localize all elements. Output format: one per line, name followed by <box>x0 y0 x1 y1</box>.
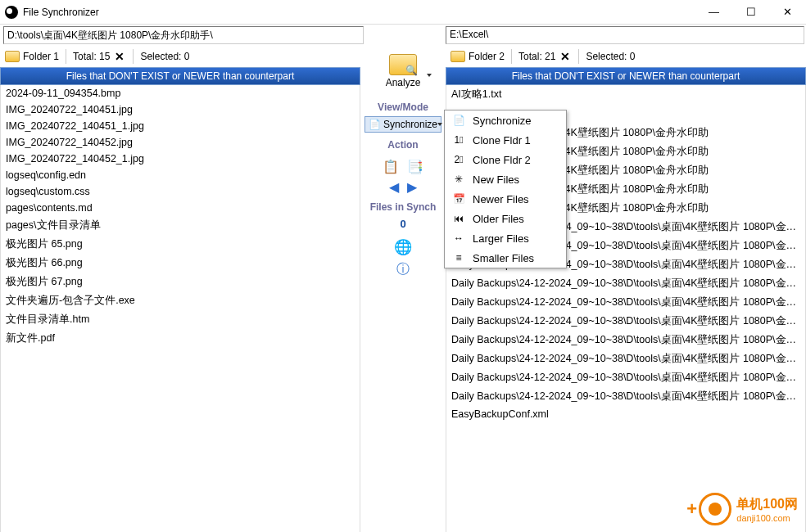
menu-item-label: Clone Fldr 1 <box>473 134 531 147</box>
menu-item-icon: 1⃣ <box>451 133 466 147</box>
toolbar-left: Folder 1 Total: 15 ✕ Selected: 0 <box>0 46 360 67</box>
file-item[interactable]: pages\contents.md <box>1 200 360 216</box>
file-item[interactable]: Daily Backups\24-12-2024_09~10~38\D\tool… <box>446 331 805 349</box>
path-left-input[interactable]: D:\tools\桌面\4K壁纸图片 1080P\金舟水印助手\ <box>3 26 364 44</box>
arrow-right-icon[interactable]: ▶ <box>407 179 417 195</box>
analyze-button[interactable]: Analyze <box>379 51 427 92</box>
menu-item-icon: 📄 <box>451 114 466 127</box>
folder2-label: Folder 2 <box>469 51 505 62</box>
clear-left-icon[interactable]: ✕ <box>113 50 126 63</box>
globe-icon[interactable]: 🌐 <box>394 238 412 256</box>
menu-item-label: Smaller Files <box>473 252 534 264</box>
menu-item-icon: 2⃣ <box>451 153 466 166</box>
file-item[interactable]: Daily Backups\24-12-2024_09~10~38\D\tool… <box>446 368 805 387</box>
menu-item-icon: 📅 <box>451 192 466 205</box>
folder1-label: Folder 1 <box>23 51 59 62</box>
folder-icon[interactable] <box>5 51 20 62</box>
menu-item-icon: ⏮ <box>451 212 466 225</box>
app-icon <box>5 6 18 19</box>
analyze-dropdown-arrow[interactable] <box>427 74 432 77</box>
watermark: 单机100网 danji100.com <box>699 493 798 525</box>
viewmode-label: View/Mode <box>378 101 428 113</box>
file-item[interactable]: IMG_20240722_140452.jpg <box>1 134 360 151</box>
file-item[interactable]: Daily Backups\24-12-2024_09~10~38\D\tool… <box>446 293 805 312</box>
file-item[interactable]: 极光图片 67.png <box>1 273 360 291</box>
file-item[interactable]: 极光图片 66.png <box>1 254 360 273</box>
menu-item-newer-files[interactable]: 📅Newer Files <box>445 189 566 209</box>
close-button[interactable]: ✕ <box>769 0 806 24</box>
sync-icon: 📄 <box>369 119 380 130</box>
file-item[interactable]: EasyBackupConf.xml <box>446 406 805 422</box>
file-item[interactable]: pages\文件目录清单 <box>1 216 360 235</box>
path-right-input[interactable]: E:\Excel\ <box>446 26 804 44</box>
menu-item-clone-fldr-2[interactable]: 2⃣Clone Fldr 2 <box>445 150 566 169</box>
file-item[interactable]: IMG_20240722_140451_1.jpg <box>1 118 360 134</box>
column-header-right[interactable]: Files that DON'T EXIST or NEWER than cou… <box>446 67 806 85</box>
synchronize-dropdown[interactable]: 📄 Synchronize <box>365 116 441 133</box>
copy-icon[interactable]: 📑 <box>407 159 423 174</box>
watermark-name: 单机100网 <box>736 496 798 513</box>
file-item[interactable]: AI攻略1.txt <box>446 85 805 104</box>
file-item[interactable]: 文件夹遍历-包含子文件.exe <box>1 291 360 310</box>
file-item[interactable]: 新文件.pdf <box>1 329 360 348</box>
menu-item-older-files[interactable]: ⏮Older Files <box>445 209 566 228</box>
file-item[interactable]: 文件目录清单.htm <box>1 310 360 329</box>
files-in-sync-label: Files in Synch <box>370 201 437 213</box>
folder-icon[interactable] <box>451 51 465 62</box>
file-item[interactable]: Daily Backups\24-12-2024_09~10~38\D\tool… <box>446 274 805 293</box>
menu-item-synchronize[interactable]: 📄Synchronize <box>445 110 566 130</box>
copy-script-icon[interactable]: 📋 <box>383 159 399 174</box>
file-item[interactable]: Daily Backups\24-12-2024_09~10~38\D\tool… <box>446 312 805 331</box>
file-item[interactable]: logseq\config.edn <box>1 167 360 183</box>
title-bar: File Synchronizer — ☐ ✕ <box>0 0 806 25</box>
toolbar-right: Folder 2 Total: 21 ✕ Selected: 0 <box>446 46 806 67</box>
total-right-label: Total: 21 <box>518 51 555 62</box>
watermark-icon <box>699 493 731 525</box>
menu-item-label: Larger Files <box>473 232 529 245</box>
menu-item-icon: ≡ <box>451 251 466 264</box>
file-item[interactable]: Daily Backups\24-12-2024_09~10~38\D\tool… <box>446 387 805 406</box>
center-column: Analyze View/Mode 📄 Synchronize Action 📋… <box>360 46 446 532</box>
watermark-url: danji100.com <box>736 513 798 523</box>
menu-item-icon: ↔ <box>451 232 466 245</box>
analyze-icon <box>389 54 417 75</box>
menu-item-larger-files[interactable]: ↔Larger Files <box>445 228 566 248</box>
maximize-button[interactable]: ☐ <box>732 0 769 24</box>
file-list-left[interactable]: 2024-09-11_094354.bmpIMG_20240722_140451… <box>0 85 360 532</box>
action-label: Action <box>387 139 418 151</box>
total-left-label: Total: 15 <box>73 51 110 62</box>
menu-item-icon: ✳ <box>451 173 466 186</box>
synchronize-context-menu[interactable]: 📄Synchronize1⃣Clone Fldr 12⃣Clone Fldr 2… <box>444 110 567 268</box>
clear-right-icon[interactable]: ✕ <box>559 50 572 63</box>
app-title: File Synchronizer <box>23 7 99 18</box>
menu-item-label: Newer Files <box>473 193 529 205</box>
column-header-left[interactable]: Files that DON'T EXIST or NEWER than cou… <box>0 67 360 85</box>
menu-item-smaller-files[interactable]: ≡Smaller Files <box>445 248 566 268</box>
selected-right-label: Selected: 0 <box>586 51 635 62</box>
chevron-down-icon <box>437 123 442 126</box>
file-item[interactable]: logseq\custom.css <box>1 183 360 200</box>
file-item[interactable]: IMG_20240722_140452_1.jpg <box>1 151 360 167</box>
menu-item-label: New Files <box>473 174 519 186</box>
selected-left-label: Selected: 0 <box>140 51 189 62</box>
arrow-left-icon[interactable]: ◀ <box>389 179 399 195</box>
file-item[interactable]: 极光图片 65.png <box>1 235 360 254</box>
menu-item-label: Synchronize <box>473 115 532 127</box>
info-icon[interactable]: ⓘ <box>396 261 410 278</box>
menu-item-label: Clone Fldr 2 <box>473 154 531 166</box>
file-item[interactable]: IMG_20240722_140451.jpg <box>1 101 360 118</box>
files-in-sync-count: 0 <box>400 218 405 230</box>
menu-item-clone-fldr-1[interactable]: 1⃣Clone Fldr 1 <box>445 130 566 150</box>
menu-item-label: Older Files <box>473 213 524 225</box>
file-item[interactable]: 2024-09-11_094354.bmp <box>1 85 360 101</box>
minimize-button[interactable]: — <box>695 0 732 24</box>
file-item[interactable]: Daily Backups\24-12-2024_09~10~38\D\tool… <box>446 349 805 368</box>
menu-item-new-files[interactable]: ✳New Files <box>445 169 566 189</box>
